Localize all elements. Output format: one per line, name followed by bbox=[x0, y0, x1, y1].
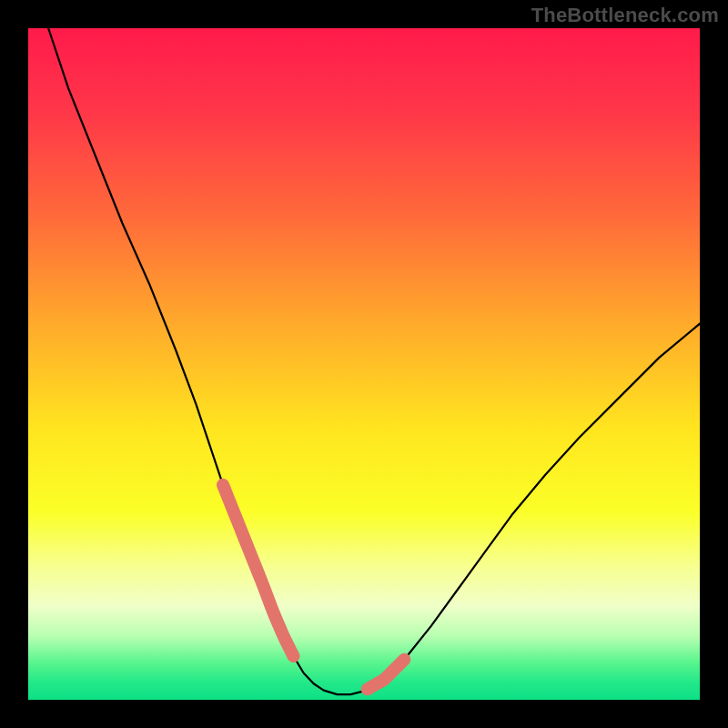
highlight-right bbox=[368, 660, 405, 690]
chart-stage: TheBottleneck.com bbox=[0, 0, 728, 728]
watermark-text: TheBottleneck.com bbox=[531, 4, 719, 27]
curve-layer bbox=[28, 28, 700, 700]
plot-area bbox=[28, 28, 700, 700]
bottleneck-curve bbox=[48, 28, 700, 694]
highlight-left bbox=[223, 485, 293, 656]
